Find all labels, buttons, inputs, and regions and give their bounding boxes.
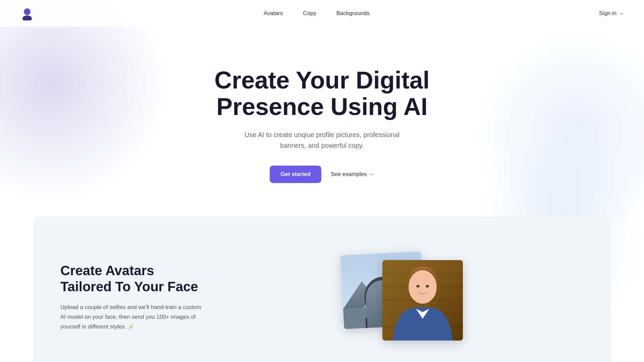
svg-point-18 bbox=[426, 285, 429, 288]
feature-images bbox=[228, 243, 584, 351]
person-photo-svg bbox=[382, 260, 463, 341]
nav-links: Avatars Copy Backgrounds bbox=[264, 10, 370, 17]
photo-card-front bbox=[382, 260, 463, 341]
hero-section: Create Your Digital Presence Using AI Us… bbox=[0, 27, 644, 217]
svg-point-0 bbox=[24, 8, 31, 15]
hero-subtitle: Use AI to create unqiue profile pictures… bbox=[235, 129, 409, 151]
svg-point-17 bbox=[416, 285, 420, 288]
photo-stack bbox=[342, 250, 470, 344]
feature-text: Create Avatars Tailored To Your Face Upl… bbox=[60, 262, 201, 332]
nav-avatars[interactable]: Avatars bbox=[264, 10, 283, 17]
feature-section: Create Avatars Tailored To Your Face Upl… bbox=[34, 217, 610, 362]
get-started-button[interactable]: Get started bbox=[270, 166, 321, 183]
svg-point-16 bbox=[409, 270, 437, 304]
see-examples-button[interactable]: See examples → bbox=[331, 171, 374, 178]
logo[interactable] bbox=[20, 6, 34, 20]
svg-point-1 bbox=[22, 15, 32, 20]
navbar: Avatars Copy Backgrounds Sign in → bbox=[0, 0, 644, 27]
nav-copy[interactable]: Copy bbox=[303, 10, 316, 17]
sign-in-link[interactable]: Sign in → bbox=[599, 10, 624, 17]
nav-backgrounds[interactable]: Backgrounds bbox=[336, 10, 370, 17]
hero-title: Create Your Digital Presence Using AI bbox=[205, 67, 439, 120]
logo-icon bbox=[20, 6, 34, 20]
hero-buttons: Get started See examples → bbox=[7, 166, 637, 183]
feature-description: Upload a couple of selfies and we'll han… bbox=[60, 303, 201, 332]
feature-title: Create Avatars Tailored To Your Face bbox=[60, 262, 201, 295]
